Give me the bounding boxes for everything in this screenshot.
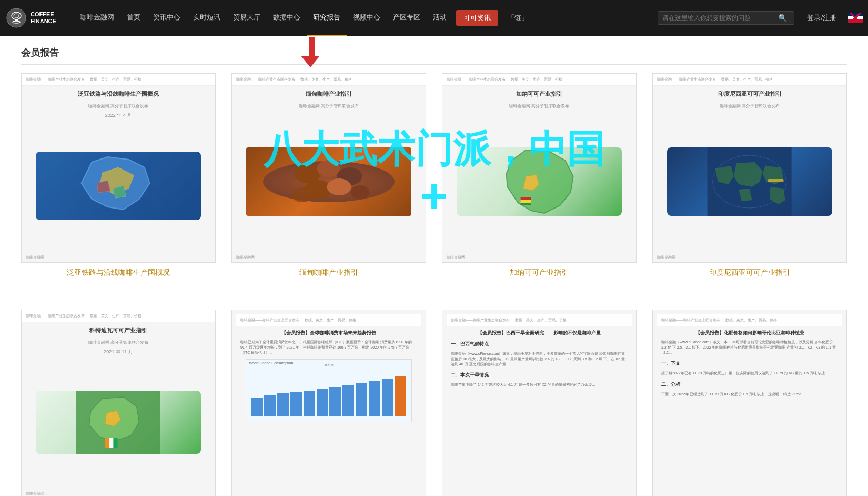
report-thumbnail-4: 咖啡金融——咖啡产业生态联合发布 数据、英文、生产、贸易、价格 印度尼西亚可可产… bbox=[652, 73, 847, 263]
thumb-header-8: 咖啡金融——咖啡产业生态联合发布 数据、英文、生产、贸易、价格 bbox=[657, 314, 842, 326]
report-thumbnail-6: 咖啡金融——咖啡产业生态联合发布 数据、英文、生产、贸易、价格 【会员报告】全球… bbox=[231, 310, 426, 496]
nav-chain[interactable]: 「链」 bbox=[501, 0, 534, 36]
report-thumbnail-2: 咖啡金融——咖啡产业生态联合发布 数据、英文、生产、贸易、价格 缅甸咖啡产业指引… bbox=[231, 73, 426, 263]
language-flag-icon[interactable] bbox=[848, 13, 863, 23]
bar-10 bbox=[369, 381, 380, 416]
thumb-subtitle-5: 咖啡金融网 高分子智库联合发布 bbox=[22, 339, 215, 346]
report-thumbnail-5: 咖啡金融——咖啡产业生态联合发布 数据、英文、生产、贸易、价格 科特迪瓦可可产业… bbox=[21, 310, 216, 496]
svg-rect-21 bbox=[114, 438, 118, 448]
report-card-4[interactable]: 咖啡金融——咖啡产业生态联合发布 数据、英文、生产、贸易、价格 印度尼西亚可可产… bbox=[652, 73, 847, 277]
thumb-section-title-7: 一、巴西气候特点 bbox=[447, 338, 632, 349]
thumb-img-1 bbox=[22, 119, 215, 253]
thumb-year-1: 2022 年 4 月 bbox=[22, 112, 215, 119]
nav-video[interactable]: 视频中心 bbox=[347, 0, 387, 36]
report-card-5[interactable]: 咖啡金融——咖啡产业生态联合发布 数据、英文、生产、贸易、价格 科特迪瓦可可产业… bbox=[21, 310, 216, 496]
report-card-2[interactable]: 咖啡金融——咖啡产业生态联合发布 数据、英文、生产、贸易、价格 缅甸咖啡产业指引… bbox=[231, 73, 426, 277]
report-thumbnail-7: 咖啡金融——咖啡产业生态联合发布 数据、英文、生产、贸易、价格 【会员报告】巴西… bbox=[442, 310, 637, 496]
thumb-footer-2: 咖啡金融网 bbox=[232, 253, 426, 262]
nav-origin[interactable]: 产区专区 bbox=[387, 0, 427, 36]
bar-8 bbox=[342, 385, 354, 416]
section-title: 会员报告 bbox=[21, 46, 847, 65]
nav-data[interactable]: 数据中心 bbox=[267, 0, 307, 36]
logo[interactable]: COFFEE FINANCE bbox=[5, 7, 74, 29]
thumb-subtitle-2: 咖啡金融网 高分子智库联合发布 bbox=[232, 102, 426, 110]
thumb-header-7: 咖啡金融——咖啡产业生态联合发布 数据、英文、生产、贸易、价格 bbox=[447, 314, 632, 326]
main-nav: 咖啡金融网 首页 资讯中心 实时短讯 贸易大厅 数据中心 研究报告 视频中心 产… bbox=[74, 0, 652, 36]
thumb-footer-5: 咖啡金融网 bbox=[22, 489, 215, 496]
thumb-text-7a: 咖啡金融（www.cFiance.com）该文，是由干旱对于巴西，不及简单的一个… bbox=[447, 349, 632, 369]
thumb-section-title-7b: 二、本次干旱情况 bbox=[447, 369, 632, 380]
thumb-text-8: 咖啡金融（www.cFiance.com）该文，本 一本可以看当前哥伦比亚的咖啡… bbox=[657, 338, 842, 357]
svg-rect-12 bbox=[521, 197, 531, 200]
nav-realtime[interactable]: 实时短讯 bbox=[187, 0, 227, 36]
map-africa-icon bbox=[457, 147, 621, 216]
bar-2 bbox=[264, 395, 276, 416]
report-label-4: 印度尼西亚可可产业指引 bbox=[709, 268, 790, 277]
report-card-6[interactable]: 咖啡金融——咖啡产业生态联合发布 数据、英文、生产、贸易、价格 【会员报告】全球… bbox=[231, 310, 426, 496]
main-header: COFFEE FINANCE 咖啡金融网 首页 资讯中心 实时短讯 贸易大厅 数… bbox=[0, 0, 868, 36]
thumb-text-6: 咖啡已成为了全球重要消费饮料之一。根据国际咖啡组织（ICO）数据显示：全球咖啡 … bbox=[236, 338, 421, 357]
thumb-footer-1: 咖啡金融网 bbox=[22, 253, 215, 262]
nav-cacao-news[interactable]: 可可资讯 bbox=[456, 10, 498, 26]
nav-research[interactable]: 研究报告 bbox=[307, 0, 347, 36]
reports-row-2: 咖啡金融——咖啡产业生态联合发布 数据、英文、生产、贸易、价格 科特迪瓦可可产业… bbox=[21, 310, 847, 496]
report-label-1: 泛亚铁路与沿线咖啡生产国概况 bbox=[67, 268, 170, 277]
nav-events[interactable]: 活动 bbox=[427, 0, 453, 36]
thumb-img-4 bbox=[653, 110, 846, 253]
thumb-img-2 bbox=[232, 110, 426, 253]
thumb-header-1: 咖啡金融——咖啡产业生态联合发布 数据、英文、生产、贸易、价格 bbox=[22, 74, 215, 86]
bar-3 bbox=[277, 393, 289, 416]
thumb-header-4: 咖啡金融——咖啡产业生态联合发布 数据、英文、生产、贸易、价格 bbox=[653, 74, 846, 86]
report-card-7[interactable]: 咖啡金融——咖啡产业生态联合发布 数据、英文、生产、贸易、价格 【会员报告】巴西… bbox=[442, 310, 637, 496]
main-content: 会员报告 八大武术门派，中国 + 咖啡金融——咖啡产业生态联合发布 数据、英文、… bbox=[0, 36, 868, 496]
thumb-year-5: 2021 年 11 月 bbox=[22, 349, 215, 355]
search-input[interactable] bbox=[662, 14, 778, 22]
chart-bars bbox=[251, 374, 407, 416]
logo-text: COFFEE FINANCE bbox=[31, 11, 56, 25]
thumb-bold-7: 【会员报告】巴西干旱全面研究——影响的不仅是咖啡产量 bbox=[447, 326, 632, 338]
login-register-button[interactable]: 登录/注册 bbox=[800, 13, 844, 23]
thumb-header-5: 咖啡金融——咖啡产业生态联合发布 数据、英文、生产、贸易、价格 bbox=[22, 310, 215, 322]
svg-point-10 bbox=[292, 187, 313, 202]
logo-icon bbox=[5, 7, 27, 29]
thumb-subtitle-1: 咖啡金融网 高分子智库联合发布 bbox=[22, 102, 215, 110]
report-thumbnail-1: 咖啡金融——咖啡产业生态联合发布 数据、英文、生产、贸易、价格 泛亚铁路与沿线咖… bbox=[21, 73, 216, 263]
thumb-img-5 bbox=[22, 355, 215, 489]
report-thumbnail-3: 咖啡金融——咖啡产业生态联合发布 数据、英文、生产、贸易、价格 加纳可可产业指引… bbox=[442, 73, 637, 263]
svg-rect-17 bbox=[768, 179, 784, 182]
svg-rect-14 bbox=[521, 203, 531, 205]
row-divider bbox=[21, 299, 847, 299]
svg-rect-20 bbox=[109, 438, 114, 448]
reports-row-1-container: 八大武术门派，中国 + 咖啡金融——咖啡产业生态联合发布 数据、英文、生产、贸易… bbox=[21, 73, 847, 277]
bar-6 bbox=[317, 389, 328, 416]
thumb-header-6: 咖啡金融——咖啡产业生态联合发布 数据、英文、生产、贸易、价格 bbox=[236, 314, 421, 326]
chart-consumption: World Coffee Consumption bbox=[246, 359, 412, 422]
coffee-beans-icon bbox=[246, 147, 411, 216]
svg-point-11 bbox=[351, 185, 370, 199]
report-card-8[interactable]: 咖啡金融——咖啡产业生态联合发布 数据、英文、生产、贸易、价格 【会员报告】化肥… bbox=[652, 310, 847, 496]
report-card-1[interactable]: 咖啡金融——咖啡产业生态联合发布 数据、英文、生产、贸易、价格 泛亚铁路与沿线咖… bbox=[21, 73, 216, 277]
thumb-subtitle-4: 咖啡金融网 高分子智库联合发布 bbox=[653, 102, 846, 110]
thumb-title-5: 科特迪瓦可可产业指引 bbox=[22, 322, 215, 339]
thumb-subtitle-3: 咖啡金融网 高分子智库联合发布 bbox=[442, 102, 636, 110]
thumb-header-2: 咖啡金融——咖啡产业生态联合发布 数据、英文、生产、贸易、价格 bbox=[232, 74, 426, 86]
nav-home[interactable]: 首页 bbox=[120, 0, 147, 36]
report-card-3[interactable]: 咖啡金融——咖啡产业生态联合发布 数据、英文、生产、贸易、价格 加纳可可产业指引… bbox=[442, 73, 637, 277]
map-world-icon bbox=[667, 147, 832, 216]
bar-9 bbox=[356, 383, 367, 416]
svg-rect-19 bbox=[105, 438, 109, 448]
svg-point-9 bbox=[327, 178, 351, 195]
thumb-bold-8: 【会员报告】化肥价格如何影响哥伦比亚咖啡种植业 bbox=[657, 326, 842, 338]
thumb-title-3: 加纳可可产业指引 bbox=[442, 86, 636, 102]
thumb-title-2: 缅甸咖啡产业指引 bbox=[232, 86, 426, 102]
thumb-section-title-8: 一、下文 bbox=[657, 357, 842, 369]
map-asia-icon bbox=[36, 152, 200, 220]
report-thumbnail-8: 咖啡金融——咖啡产业生态联合发布 数据、英文、生产、贸易、价格 【会员报告】化肥… bbox=[652, 310, 847, 496]
thumb-section-title-8b: 二、分析 bbox=[657, 378, 842, 390]
svg-rect-13 bbox=[521, 200, 531, 203]
nav-trade[interactable]: 贸易大厅 bbox=[227, 0, 267, 36]
search-button[interactable]: 🔍 bbox=[778, 14, 787, 22]
nav-news-center[interactable]: 资讯中心 bbox=[147, 0, 187, 36]
svg-point-6 bbox=[317, 160, 340, 177]
nav-coffee-finance[interactable]: 咖啡金融网 bbox=[74, 0, 120, 36]
